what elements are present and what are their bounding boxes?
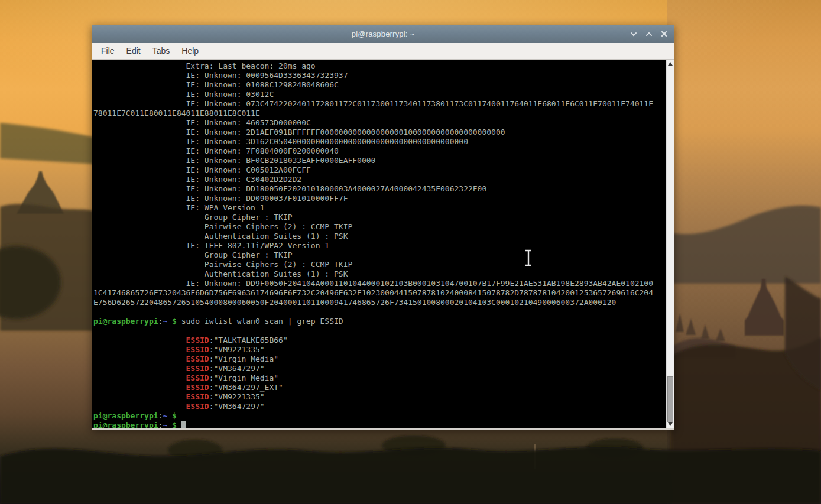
terminal-line: IE: Unknown: 460573D000000C [93,118,666,128]
terminal-line: ESSID:"Virgin Media" [93,355,666,364]
terminal-line: Extra: Last beacon: 20ms ago [93,61,666,71]
terminal-line: ESSID:"VM9221335" [93,345,666,355]
terminal-line: Pairwise Ciphers (2) : CCMP TKIP [93,222,666,232]
scroll-down-button[interactable] [667,421,674,428]
terminal-line: IE: Unknown: 3D162C050400000000000000000… [93,137,666,147]
hill-silhouette-left [0,123,96,164]
pagoda-silhouette-right [745,279,784,336]
terminal-line: IE: Unknown: 7F0804000F0200000040 [93,147,666,156]
terminal-line: Authentication Suites (1) : PSK [93,232,666,241]
close-icon [661,31,667,37]
terminal-body: Extra: Last beacon: 20ms ago IE: Unknown… [92,60,674,430]
menu-help[interactable]: Help [176,44,205,58]
terminal-output[interactable]: Extra: Last beacon: 20ms ago IE: Unknown… [92,60,666,428]
terminal-line [93,307,666,317]
menu-edit[interactable]: Edit [121,44,147,58]
menubar: File Edit Tabs Help [92,43,674,60]
scroll-up-button[interactable] [667,60,674,67]
terminal-line: IE: Unknown: 2D1AEF091BFFFFFF00000000000… [93,128,666,137]
scrollbar[interactable] [666,60,674,428]
window-title: pi@raspberrypi: ~ [92,30,674,38]
terminal-line: Group Cipher : TKIP [93,213,666,222]
terminal-line: IE: Unknown: DD9F0050F204104A00011010440… [93,279,666,288]
terminal-line: ESSID:"VM3647297" [93,402,666,411]
terminal-line: IE: Unknown: DD0900037F01010000FF7F [93,194,666,203]
terminal-line: IE: IEEE 802.11i/WPA2 Version 1 [93,241,666,251]
terminal-line: IE: WPA Version 1 [93,203,666,213]
terminal-line [93,326,666,336]
terminal-line: Group Cipher : TKIP [93,251,666,260]
terminal-line: pi@raspberrypi:~ $ [93,411,666,421]
maximize-button[interactable] [644,29,654,39]
terminal-line: ESSID:"VM3647297_EXT" [93,383,666,392]
menu-file[interactable]: File [95,44,121,58]
terminal-line: IE: Unknown: BF0CB2018033EAFF0000EAFF000… [93,156,666,165]
terminal-line: pi@raspberrypi:~ $ [93,421,666,428]
window-controls [628,25,669,43]
terminal-line: ESSID:"TALKTALKE65B66" [93,336,666,345]
terminal-line: Pairwise Ciphers (2) : CCMP TKIP [93,260,666,269]
terminal-line: 78011E7C011E80011E84011E88011E8C011E [93,109,666,118]
titlebar[interactable]: pi@raspberrypi: ~ [92,25,674,43]
terminal-line: ESSID:"Virgin Media" [93,373,666,383]
terminal-line: ESSID:"VM3647297" [93,364,666,373]
treeline-bottom [0,447,821,504]
terminal-line: ESSID:"VM9221335" [93,392,666,402]
terminal-line: IE: Unknown: 073C4742202401172801172C011… [93,99,666,109]
terminal-line: IE: Unknown: 0009564D33363437323937 [93,71,666,80]
terminal-line: IE: Unknown: 03012C [93,90,666,99]
terminal-line: E756D62657220486572651054000800060050F20… [93,298,666,307]
hill-silhouette-right [671,206,821,284]
terminal-line: IE: Unknown: DD180050F2020101800003A4000… [93,184,666,194]
terminal-window: pi@raspberrypi: ~ File Edit Tabs Help Ex… [92,25,674,430]
arrow-up-icon [668,62,673,66]
chevron-up-icon [645,32,653,37]
small-spires-right [676,313,725,341]
desktop: { "window": { "title": "pi@raspberrypi: … [0,0,821,504]
menu-tabs[interactable]: Tabs [147,44,176,58]
terminal-line: pi@raspberrypi:~ $ sudo iwlist wlan0 sca… [93,317,666,326]
close-button[interactable] [659,29,669,39]
terminal-line: IE: Unknown: 01088C129824B048606C [93,80,666,90]
terminal-line: IE: Unknown: C005012A00FCFF [93,165,666,175]
arrow-down-icon [668,422,673,426]
scrollbar-thumb[interactable] [667,376,673,422]
minimize-button[interactable] [628,29,638,39]
terminal-line: 1C41746865726F7320436F6D6D756E6963617469… [93,288,666,298]
terminal-line: IE: Unknown: C30402D2D2D2 [93,175,666,184]
terminal-line: Authentication Suites (1) : PSK [93,269,666,279]
chevron-down-icon [630,32,637,37]
